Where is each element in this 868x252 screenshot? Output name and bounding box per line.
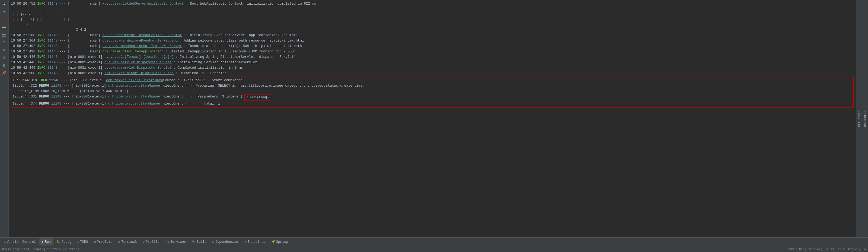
bookmarks-panel-label[interactable]: Bookmarks xyxy=(862,0,868,237)
print-icon[interactable]: 🖨 xyxy=(1,54,8,61)
tab-problems[interactable]: ◉ Problems xyxy=(91,239,115,246)
tab-terminal[interactable]: ⊞ Terminal xyxy=(116,239,140,246)
bottom-toolbar: ⊡ Version Control ▶ Run 🐛 Debug ≡ TODO ◉… xyxy=(0,237,868,246)
status-indent: 4 xyxy=(864,248,866,251)
run-tab-icon: ▶ xyxy=(42,240,44,244)
services-icon: ⚙ xyxy=(167,240,169,244)
status-encoding: UTF-8 ♦ xyxy=(848,248,861,251)
delete-icon[interactable]: 🗑 xyxy=(1,62,8,68)
log-line: 10:59:44:318 INFO 11148 --- [nio-8081-ex… xyxy=(12,78,852,83)
debug-icon: 🐛 xyxy=(57,240,61,244)
tab-debug[interactable]: 🐛 Debug xyxy=(54,239,74,246)
log-line: 10:58:27:492 INFO 11148 --- [ main] o.s.… xyxy=(11,44,854,49)
log-line: 10:59:42:449 INFO 11148 --- [nio-8081-ex… xyxy=(11,65,854,71)
red-highlight-box: 10:59:44:318 INFO 11148 --- [nio-8081-ex… xyxy=(11,77,854,108)
log-panel: 10:58:26:752 INFO 11148 --- [ main] w.s.… xyxy=(9,0,856,237)
version-line: 3.4.2 xyxy=(11,27,854,33)
endpoints-icon: ⚡ xyxy=(245,240,247,244)
tab-dependencies[interactable]: ⊟ Dependencies xyxy=(210,239,241,246)
camera-icon[interactable]: 📷 xyxy=(1,31,8,38)
run-icon[interactable]: ▶▶ xyxy=(1,24,8,30)
tab-version-control[interactable]: ⊡ Version Control xyxy=(1,239,39,246)
parameter-highlight-box: 10001(Long) xyxy=(244,94,271,101)
log-line: 10:59:44:374 DEBUG 11148 --- [nio-8081-e… xyxy=(12,101,852,107)
status-message: Build completed. Running in 770 m (2 err… xyxy=(2,248,81,251)
status-line-ending: CRLF xyxy=(838,248,845,251)
status-user: CSDN: Ding_Jiaxiong xyxy=(788,248,822,251)
status-line-col: 20:22 xyxy=(826,248,835,251)
tab-endpoints[interactable]: ⚡ Endpoints xyxy=(242,239,268,246)
tab-services[interactable]: ⚙ Services xyxy=(165,239,188,246)
log-line: 10:59:42:500 INFO 11148 --- [nio-8081-ex… xyxy=(11,71,854,76)
stop-icon[interactable]: ■ xyxy=(1,16,8,23)
scroll-up-icon[interactable]: ▲ xyxy=(1,1,8,8)
tab-todo[interactable]: ≡ TODO xyxy=(74,239,91,246)
structure-panel-label[interactable]: Structure xyxy=(856,0,862,237)
spring-icon: 🌱 xyxy=(271,240,275,244)
tab-build[interactable]: 🔨 Build xyxy=(189,239,209,246)
dependencies-icon: ⊟ xyxy=(212,240,214,244)
tab-run[interactable]: ▶ Run xyxy=(39,239,54,246)
left-toolbar: ▲ ▼ ■ ▶▶ 📷 ≡ ⚙ 🖨 🗑 📌 xyxy=(0,0,9,237)
terminal-icon: ⊞ xyxy=(119,240,120,244)
ascii-art-line: __ _ _ _ | | |\/ \_ _ _ |_ | |_ _ | | | … xyxy=(11,6,854,27)
log-line: 10:59:42:446 INFO 11148 --- [nio-8081-ex… xyxy=(11,60,854,65)
log-line: 10:59:42:446 INFO 11148 --- [nio-8081-ex… xyxy=(11,54,854,60)
scroll-down-icon[interactable]: ▼ xyxy=(1,9,8,15)
settings-icon[interactable]: ≡ xyxy=(1,39,8,46)
log-line: 10:58:27:364 INFO 11148 --- [ main] o.s.… xyxy=(11,38,854,44)
status-left: Build completed. Running in 770 m (2 err… xyxy=(2,248,81,251)
log-line: 10:58:26:752 INFO 11148 --- [ main] w.s.… xyxy=(11,1,854,6)
tab-spring[interactable]: 🌱 Spring xyxy=(269,239,290,246)
pin-icon[interactable]: 📌 xyxy=(1,69,8,76)
status-bar: Build completed. Running in 770 m (2 err… xyxy=(0,246,868,252)
log-line: 10:59:44:322 DEBUG 11148 --- [nio-8081-e… xyxy=(12,83,852,88)
log-line: 10:58:27:498 INFO 11148 --- [ main] com.… xyxy=(11,49,854,54)
profiler-icon: ⊙ xyxy=(143,240,145,244)
todo-icon: ≡ xyxy=(77,240,79,244)
build-icon: 🔨 xyxy=(192,240,195,244)
tools-icon[interactable]: ⚙ xyxy=(1,47,8,53)
log-line: 10:59:44:331 DEBUG 11148 --- [nio-8081-e… xyxy=(12,94,852,101)
status-right: CSDN: Ding_Jiaxiong 20:22 CRLF UTF-8 ♦ 4 xyxy=(788,248,866,251)
log-line: 10:58:27:288 INFO 11148 --- [ main] o.s.… xyxy=(11,33,854,38)
problems-icon: ◉ xyxy=(94,240,96,244)
version-control-icon: ⊡ xyxy=(4,240,6,244)
tab-profiler[interactable]: ⊙ Profiler xyxy=(140,239,164,246)
log-line-continuation: update_time FROM tb_item WHERE (status <… xyxy=(12,88,852,94)
